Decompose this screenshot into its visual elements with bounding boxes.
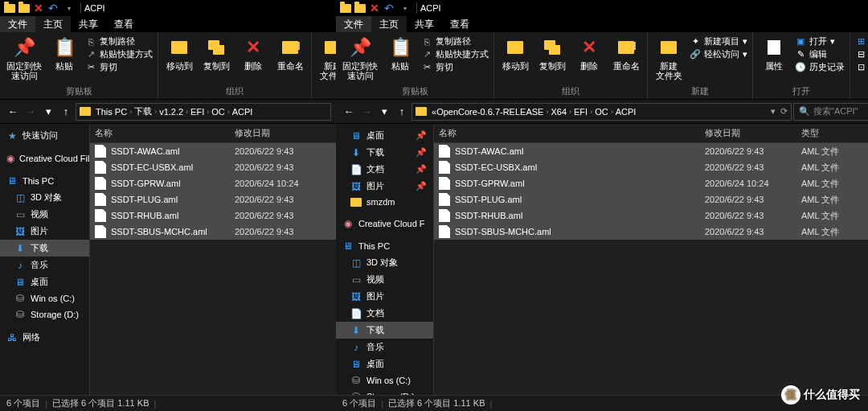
col-name[interactable]: 名称 [439, 127, 705, 139]
col-size[interactable]: 大小 [858, 127, 868, 139]
chevron-down-icon[interactable]: ▾ [399, 2, 411, 14]
new-folder-button[interactable]: 新建 文件夹 [651, 34, 686, 82]
sidebar-item-creative-cloud[interactable]: ◉Creative Cloud Files [0, 150, 89, 166]
rename-button[interactable]: 重命名 [608, 34, 644, 72]
open-button[interactable]: ▣打开 ▾ [793, 35, 846, 47]
col-type[interactable]: 类型 [801, 127, 858, 139]
sidebar-item-storage[interactable]: ⛁Storage (D:) [336, 388, 433, 395]
move-to-button[interactable]: 移动到 [497, 34, 533, 72]
breadcrumb-seg[interactable]: This PC [96, 107, 127, 117]
sidebar-item-desktop[interactable]: 🖥桌面 [336, 356, 433, 372]
select-all-button[interactable]: ⊞全部选择 [854, 35, 868, 47]
file-list-header[interactable]: 名称 修改日期 [90, 124, 336, 143]
file-row[interactable]: SSDT-EC-USBX.aml2020/6/22 9:43AML 文件1 KB [434, 159, 868, 175]
file-row[interactable]: SSDT-RHUB.aml2020/6/22 9:43 [90, 208, 336, 224]
breadcrumb-seg[interactable]: v1.2.2 [159, 107, 183, 117]
sidebar-item-network[interactable]: 🖧网络 [0, 329, 89, 346]
tab-share[interactable]: 共享 [407, 16, 442, 32]
paste-button[interactable]: 📋粘贴 [47, 34, 82, 72]
file-row[interactable]: SSDT-AWAC.aml2020/6/22 9:43 [90, 143, 336, 159]
refresh-icon[interactable]: ⟳ [780, 106, 788, 117]
sidebar-item-storage[interactable]: ⛁Storage (D:) [0, 306, 89, 323]
breadcrumb-seg[interactable]: OC [595, 107, 608, 117]
file-row[interactable]: SSDT-PLUG.aml2020/6/22 9:43 [90, 191, 336, 208]
sidebar-item-desktop[interactable]: 🖥桌面 📌 [336, 127, 433, 144]
sidebar-item-winos[interactable]: ⛁Win os (C:) [0, 290, 89, 306]
sidebar-item-3d-objects[interactable]: ◫3D 对象 [0, 189, 89, 206]
sidebar-item-pictures[interactable]: 🖼图片 📌 [336, 178, 433, 195]
sidebar-item-pictures[interactable]: 🖼图片 [0, 223, 89, 240]
sidebar-item-this-pc[interactable]: 🖥This PC [336, 238, 433, 254]
delete-button[interactable]: ✕删除 [571, 34, 607, 72]
cut-button[interactable]: ✂剪切 [84, 61, 154, 73]
breadcrumb-seg[interactable]: EFI [574, 107, 588, 117]
paste-shortcut-button[interactable]: ↗粘贴快捷方式 [84, 48, 154, 60]
select-none-button[interactable]: ⊟全部取消 [854, 48, 868, 60]
file-row[interactable]: SSDT-GPRW.aml2020/6/24 10:24 [90, 175, 336, 191]
pin-to-quick-access-button[interactable]: 📌固定到快 速访问 [3, 34, 45, 82]
cut-button[interactable]: ✂剪切 [420, 61, 490, 73]
copy-path-button[interactable]: ⎘复制路径 [420, 35, 490, 47]
undo-icon[interactable]: ↶ [383, 2, 395, 14]
sidebar-item-winos[interactable]: ⛁Win os (C:) [336, 372, 433, 388]
new-item-button[interactable]: ✦新建项目 ▾ [688, 35, 749, 47]
file-row[interactable]: SSDT-SBUS-MCHC.aml2020/6/22 9:43 [90, 224, 336, 240]
close-icon[interactable]: ✕ [32, 2, 45, 14]
up-button[interactable]: ↑ [58, 104, 74, 120]
file-row[interactable]: SSDT-EC-USBX.aml2020/6/22 9:43 [90, 159, 336, 175]
paste-button[interactable]: 📋粘贴 [383, 34, 418, 72]
sidebar-item-documents[interactable]: 📄文档 📌 [336, 161, 433, 178]
sidebar-item-desktop[interactable]: 🖥桌面 [0, 273, 89, 290]
forward-button[interactable]: → [358, 104, 375, 120]
history-button[interactable]: 🕓历史记录 [793, 61, 846, 73]
sidebar-item-3d-objects[interactable]: ◫3D 对象 [336, 254, 433, 271]
sidebar-item-videos[interactable]: ▭视频 [0, 206, 89, 223]
sidebar-item-quick-access[interactable]: ★快速访问 [0, 127, 89, 144]
file-row[interactable]: SSDT-AWAC.aml2020/6/22 9:43AML 文件1 KB [434, 143, 868, 159]
tab-file[interactable]: 文件 [0, 16, 35, 32]
tab-view[interactable]: 查看 [442, 16, 477, 32]
tab-file[interactable]: 文件 [336, 16, 371, 32]
sidebar-item-documents[interactable]: 📄文档 [336, 305, 433, 322]
chevron-down-icon[interactable]: ▾ [40, 104, 56, 120]
breadcrumb-seg[interactable]: OpenCore-0.6.7-RELEASE [436, 107, 543, 117]
rename-button[interactable]: 重命名 [272, 34, 308, 72]
back-button[interactable]: ← [5, 104, 21, 120]
col-date[interactable]: 修改日期 [705, 127, 801, 139]
breadcrumb-seg[interactable]: 下载 [134, 105, 152, 117]
col-date[interactable]: 修改日期 [235, 127, 331, 139]
up-button[interactable]: ↑ [394, 104, 410, 120]
sidebar-item-music[interactable]: ♪音乐 [0, 257, 89, 273]
copy-to-button[interactable]: 复制到 [199, 34, 234, 72]
breadcrumb-seg[interactable]: ACPI [232, 107, 253, 117]
breadcrumb[interactable]: This PC› 下载› v1.2.2› EFI› OC› ACPI [76, 103, 331, 121]
file-row[interactable]: SSDT-RHUB.aml2020/6/22 9:43AML 文件1 KB [434, 208, 868, 224]
copy-to-button[interactable]: 复制到 [534, 34, 570, 72]
move-to-button[interactable]: 移动到 [162, 34, 197, 72]
properties-button[interactable]: 属性 [756, 34, 792, 72]
chevron-down-icon[interactable]: ▾ [376, 104, 392, 120]
sidebar-item-downloads[interactable]: ⬇下载 [0, 240, 89, 257]
tab-home[interactable]: 主页 [371, 16, 407, 32]
easy-access-button[interactable]: 🔗轻松访问 ▾ [688, 48, 749, 60]
sidebar-item-this-pc[interactable]: 🖥This PC [0, 173, 89, 189]
sidebar-item-music[interactable]: ♪音乐 [336, 339, 433, 356]
delete-button[interactable]: ✕删除 [235, 34, 271, 72]
copy-path-button[interactable]: ⎘复制路径 [84, 35, 154, 47]
sidebar-item-smzdm[interactable]: smzdm [336, 195, 433, 209]
invert-selection-button[interactable]: ⊡反向选择 [854, 61, 868, 73]
sidebar-item-downloads[interactable]: ⬇下载 [336, 322, 433, 339]
breadcrumb-seg[interactable]: ACPI [616, 107, 637, 117]
chevron-down-icon[interactable]: ▾ [771, 106, 776, 117]
tab-share[interactable]: 共享 [71, 16, 106, 32]
sidebar-item-pictures[interactable]: 🖼图片 [336, 288, 433, 305]
col-name[interactable]: 名称 [95, 127, 235, 139]
search-input[interactable]: 🔍 搜索"ACPI" [793, 103, 868, 121]
breadcrumb-seg[interactable]: X64 [551, 107, 567, 117]
sidebar-item-downloads[interactable]: ⬇下载 📌 [336, 144, 433, 161]
breadcrumb[interactable]: « OpenCore-0.6.7-RELEASE› X64› EFI› OC› … [411, 103, 792, 121]
breadcrumb-seg[interactable]: OC [211, 107, 225, 117]
close-icon[interactable]: ✕ [368, 2, 381, 14]
paste-shortcut-button[interactable]: ↗粘贴快捷方式 [420, 48, 490, 60]
tab-home[interactable]: 主页 [35, 16, 71, 32]
